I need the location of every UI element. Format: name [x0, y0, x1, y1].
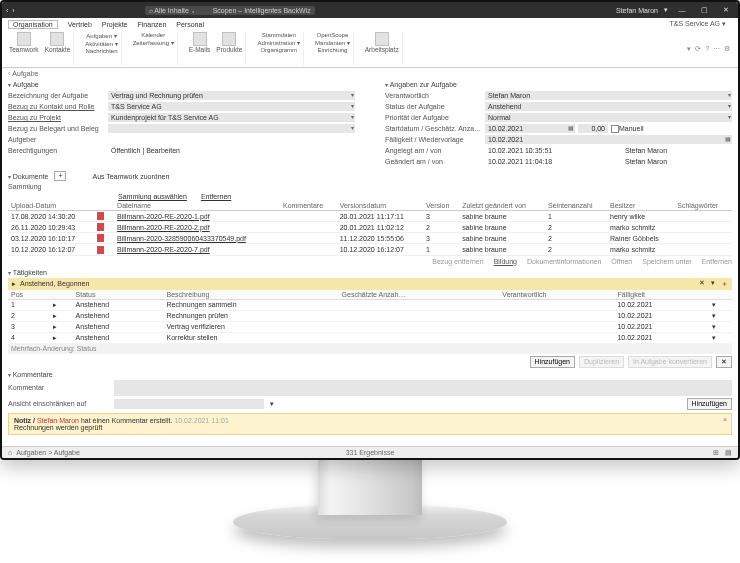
menu-personal[interactable]: Personal	[176, 21, 204, 28]
status-layout-icon[interactable]: ▤	[725, 449, 732, 457]
file-link[interactable]: Billmann-2020-328590060433370549.pdf	[114, 233, 280, 244]
section-aufgabe[interactable]: Aufgabe	[8, 81, 355, 88]
column-header[interactable]: Dateiname	[114, 201, 280, 211]
ribbon-stammdaten[interactable]: Stammdaten	[262, 32, 296, 38]
ribbon-aktivitaeten[interactable]: Aktivitäten ▾	[85, 40, 117, 47]
table-row[interactable]: 3▸AnstehendVertrag verifizieren10.02.202…	[8, 321, 732, 332]
comment-input[interactable]	[114, 380, 732, 396]
ribbon-emails[interactable]: E-Mails	[189, 32, 211, 53]
column-header[interactable]: Zuletzt geändert von	[459, 201, 545, 211]
menu-vertrieb[interactable]: Vertrieb	[68, 21, 92, 28]
ribbon-zeiterfassung[interactable]: Zeiterfassung ▾	[133, 39, 174, 46]
add-comment-button[interactable]: Hinzufügen	[687, 398, 732, 410]
file-link[interactable]: Billmann-2020-RE-2020-1.pdf	[114, 211, 280, 222]
field-value[interactable]: 10.02.2021 10:35:51	[485, 146, 605, 155]
field-value[interactable]: Stefan Maron▾	[485, 91, 732, 100]
fwd-icon[interactable]: ›	[12, 7, 14, 14]
restrict-input[interactable]	[114, 399, 264, 409]
ribbon-einrichtung[interactable]: Einrichtung	[317, 47, 347, 53]
ribbon-teamwork[interactable]: Teamwork	[9, 32, 39, 53]
section-kommentare[interactable]: Kommentare	[8, 371, 732, 378]
column-header[interactable]	[709, 290, 732, 300]
expand-icon[interactable]: ▸	[50, 332, 73, 343]
estimated-amount[interactable]: 0,00	[578, 124, 608, 133]
column-header[interactable]: Kommentare	[280, 201, 337, 211]
table-row[interactable]: 2▸AnstehendRechnungen prüfen10.02.2021▾	[8, 310, 732, 321]
expand-icon[interactable]: ▸	[50, 310, 73, 321]
expand-icon[interactable]: ▸	[50, 321, 73, 332]
activities-filter[interactable]: Anstehend, Begonnen	[20, 280, 89, 287]
status-zoom-icon[interactable]: ⊞	[713, 449, 719, 457]
dropdown-icon[interactable]: ▾	[687, 45, 691, 53]
add-document-button[interactable]: +	[54, 171, 66, 181]
filter-save-icon[interactable]: ＋	[721, 279, 728, 289]
chevron-down-icon[interactable]: ▾	[351, 113, 354, 122]
manual-checkbox[interactable]	[611, 125, 619, 133]
ribbon-kalender[interactable]: Kalender	[141, 32, 165, 38]
expand-icon[interactable]: ▸	[50, 299, 73, 310]
ribbon-nachrichten[interactable]: Nachrichten	[85, 48, 117, 54]
field-value[interactable]: Vertrag und Rechnung prüfen▾	[108, 91, 355, 100]
column-header[interactable]: Versionsdatum	[337, 201, 423, 211]
column-header[interactable]: Schlagwörter	[674, 201, 732, 211]
section-angaben[interactable]: Angaben zur Aufgabe	[385, 81, 732, 88]
ribbon-openscope[interactable]: OpenScope	[317, 32, 349, 38]
column-header[interactable]: Geschätzte Anzah…	[339, 290, 500, 300]
table-row[interactable]: 1▸AnstehendRechnungen sammeln10.02.2021▾	[8, 299, 732, 310]
status-home-icon[interactable]: ⌂	[8, 449, 12, 456]
status-path[interactable]: Aufgaben > Aufgabe	[16, 449, 80, 456]
table-row[interactable]: 03.12.2020 16:10:17Billmann-2020-3285900…	[8, 233, 732, 244]
chevron-down-icon[interactable]: ▾	[728, 91, 731, 100]
settings-icon[interactable]: ⚙	[724, 45, 730, 53]
close-button[interactable]: ✕	[718, 6, 734, 14]
chevron-down-icon[interactable]: ▾	[709, 299, 732, 310]
chevron-down-icon[interactable]: ▾	[351, 124, 354, 133]
maximize-button[interactable]: ▢	[696, 6, 712, 14]
chevron-down-icon[interactable]: ▾	[709, 332, 732, 343]
ribbon-administration[interactable]: Administration ▾	[257, 39, 300, 46]
calendar-icon[interactable]: ▦	[725, 135, 731, 144]
field-value[interactable]: Anstehend▾	[485, 102, 732, 111]
ribbon-produkte[interactable]: Produkte	[216, 32, 242, 53]
column-header[interactable]: Status	[73, 290, 164, 300]
activity-action-button[interactable]: Hinzufügen	[530, 356, 575, 368]
field-value[interactable]: 10.02.2021 11:04:18	[485, 157, 605, 166]
doc-footer-action[interactable]: Bildung	[494, 258, 517, 265]
column-header[interactable]: Pos	[8, 290, 50, 300]
column-header[interactable]: Verantwortlich	[499, 290, 614, 300]
column-header[interactable]: Fälligkeit	[614, 290, 709, 300]
field-value[interactable]: 10.02.2021▦	[485, 135, 732, 144]
global-search[interactable]: ⌕ Alle Inhalte ▾ Scopen – Intelligentes …	[145, 6, 315, 15]
chevron-down-icon[interactable]: ▾	[351, 102, 354, 111]
column-header[interactable]: Besitzer	[607, 201, 674, 211]
table-row[interactable]: 17.08.2020 14:30:20Billmann-2020-RE-2020…	[8, 211, 732, 222]
chevron-down-icon[interactable]: ▾	[728, 113, 731, 122]
table-row[interactable]: 10.12.2020 16:12:07Billmann-2020-RE-2020…	[8, 244, 732, 255]
chevron-down-icon[interactable]: ▾	[728, 102, 731, 111]
field-value[interactable]: T&S Service AG▾	[108, 102, 355, 111]
section-dokumente[interactable]: Dokumente	[8, 173, 48, 180]
chevron-down-icon[interactable]: ▾	[709, 310, 732, 321]
activity-action-button[interactable]: ✕	[716, 356, 732, 368]
column-header[interactable]: Upload-Datum	[8, 201, 94, 211]
table-row[interactable]: 26.11.2020 10:29:43Billmann-2020-RE-2020…	[8, 222, 732, 233]
filter-clear-icon[interactable]: ✕	[699, 279, 705, 289]
ribbon-mandanten[interactable]: Mandanten ▾	[315, 39, 350, 46]
current-user[interactable]: Stefan Maron	[616, 7, 658, 14]
restrict-dropdown-icon[interactable]: ▾	[270, 400, 274, 408]
file-link[interactable]: Billmann-2020-RE-2020-2.pdf	[114, 222, 280, 233]
filter-dropdown-icon[interactable]: ▾	[711, 279, 715, 289]
column-header[interactable]	[50, 290, 73, 300]
ribbon-organigramm[interactable]: Organigramm	[260, 47, 297, 53]
remove-collection-link[interactable]: Entfernen	[201, 193, 231, 200]
company-selector[interactable]: T&S Service AG ▾	[669, 20, 732, 28]
ribbon-kontakte[interactable]: Kontakte	[45, 32, 71, 53]
column-header[interactable]: Seintenanzahl	[545, 201, 607, 211]
column-header[interactable]	[94, 201, 114, 211]
chevron-down-icon[interactable]: ▾	[351, 91, 354, 100]
more-icon[interactable]: ⋯	[713, 45, 720, 53]
calendar-icon[interactable]: ▦	[568, 124, 574, 133]
note-author[interactable]: Stefan Maron	[37, 417, 79, 424]
menu-projekte[interactable]: Projekte	[102, 21, 128, 28]
back-icon[interactable]: ‹	[6, 7, 8, 14]
